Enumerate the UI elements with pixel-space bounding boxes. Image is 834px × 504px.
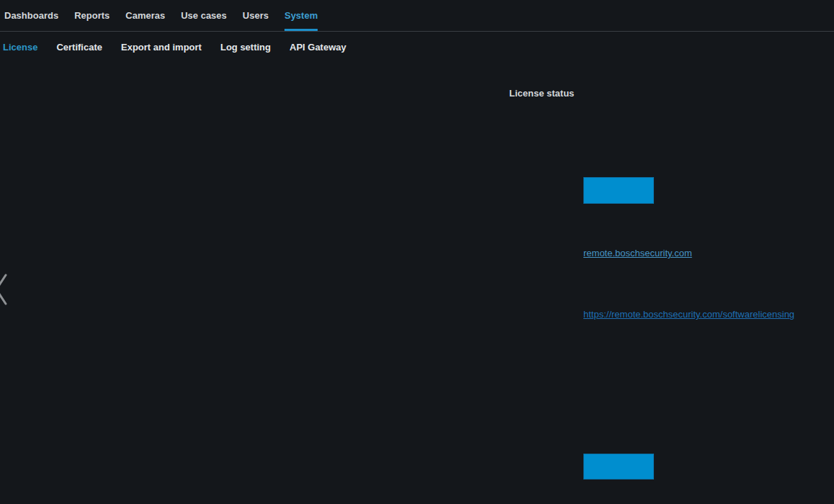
license-status-label: License status [509, 88, 574, 99]
subtab-license[interactable]: License [3, 42, 37, 53]
tab-users[interactable]: Users [243, 0, 269, 31]
license-action-button-bottom[interactable] [583, 454, 654, 480]
tab-use-cases[interactable]: Use cases [181, 0, 227, 31]
chevron-left-icon [0, 273, 8, 306]
subtab-log-setting[interactable]: Log setting [220, 42, 271, 53]
tab-cameras[interactable]: Cameras [125, 0, 165, 31]
tab-reports[interactable]: Reports [74, 0, 109, 31]
tab-dashboards[interactable]: Dashboards [4, 0, 58, 31]
remote-boschsecurity-link[interactable]: remote.boschsecurity.com [583, 248, 692, 258]
system-sub-navigation: License Certificate Export and import Lo… [0, 32, 834, 62]
subtab-certificate[interactable]: Certificate [56, 42, 102, 53]
subtab-api-gateway[interactable]: API Gateway [290, 42, 346, 53]
license-action-button-top[interactable] [583, 177, 654, 204]
panel-collapse-toggle[interactable] [0, 273, 8, 306]
tab-system[interactable]: System [284, 0, 318, 31]
license-page: Dashboards Reports Cameras Use cases Use… [0, 0, 834, 504]
top-navigation: Dashboards Reports Cameras Use cases Use… [0, 0, 834, 32]
software-licensing-portal-link[interactable]: https://remote.boschsecurity.com/softwar… [583, 309, 794, 320]
subtab-export-and-import[interactable]: Export and import [121, 42, 202, 53]
